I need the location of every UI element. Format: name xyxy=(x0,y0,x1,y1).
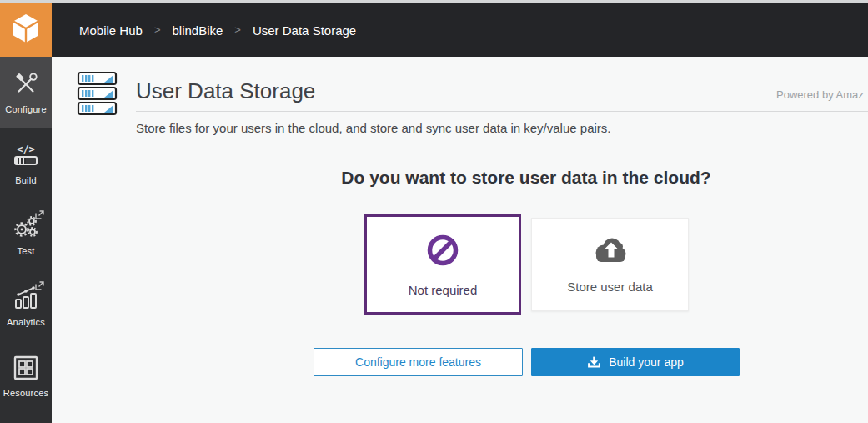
sidebar-item-resources[interactable]: Resources xyxy=(0,340,52,411)
build-your-app-button[interactable]: Build your app xyxy=(531,348,740,376)
sidebar-item-label: Analytics xyxy=(7,317,45,327)
breadcrumb-mobile-hub[interactable]: Mobile Hub xyxy=(79,23,143,38)
aws-mobile-hub-logo[interactable] xyxy=(0,3,52,57)
cube-icon xyxy=(12,13,40,48)
build-your-app-label: Build your app xyxy=(609,355,684,369)
gears-icon xyxy=(9,211,43,241)
option-card-label: Not required xyxy=(409,283,478,297)
option-card-not-required[interactable]: Not required xyxy=(364,214,521,315)
option-card-store-user-data[interactable]: Store user data xyxy=(531,218,689,311)
external-link-icon xyxy=(35,279,44,294)
breadcrumb: Mobile Hub > blindBike > User Data Stora… xyxy=(79,23,356,38)
configure-more-features-button[interactable]: Configure more features xyxy=(314,348,523,376)
breadcrumb-current-page: User Data Storage xyxy=(253,23,356,38)
top-navigation-bar: Mobile Hub > blindBike > User Data Stora… xyxy=(0,3,868,57)
sidebar-item-analytics[interactable]: Analytics xyxy=(0,269,52,340)
option-card-label: Store user data xyxy=(567,279,653,294)
sidebar-item-label: Build xyxy=(15,175,36,185)
main-content: User Data Storage Powered by Amaz Store … xyxy=(52,57,868,423)
page-description: Store files for your users in the cloud,… xyxy=(136,121,610,135)
chevron-right-icon: > xyxy=(234,23,241,36)
question-heading: Do you want to store user data in the cl… xyxy=(341,168,710,188)
tools-icon xyxy=(9,69,43,99)
grid-icon xyxy=(9,353,43,383)
left-sidebar: Configure </> Build xyxy=(0,57,52,423)
page-title: User Data Storage xyxy=(136,78,315,104)
powered-by-label: Powered by Amaz xyxy=(776,88,864,101)
prohibition-icon xyxy=(424,232,461,272)
sidebar-item-build[interactable]: </> Build xyxy=(0,128,52,199)
storage-servers-icon xyxy=(77,71,118,121)
breadcrumb-project[interactable]: blindBike xyxy=(172,23,223,38)
chevron-right-icon: > xyxy=(154,23,161,36)
sidebar-item-configure[interactable]: Configure xyxy=(0,57,52,128)
sidebar-item-label: Test xyxy=(18,246,35,256)
cloud-upload-icon xyxy=(591,235,630,269)
code-build-icon: </> xyxy=(9,140,43,170)
download-icon xyxy=(587,355,601,369)
sidebar-item-label: Resources xyxy=(3,388,48,398)
external-link-icon xyxy=(35,208,44,223)
bar-chart-icon xyxy=(9,282,43,312)
title-divider xyxy=(136,111,868,112)
sidebar-item-test[interactable]: Test xyxy=(0,199,52,269)
sidebar-item-label: Configure xyxy=(5,104,47,114)
